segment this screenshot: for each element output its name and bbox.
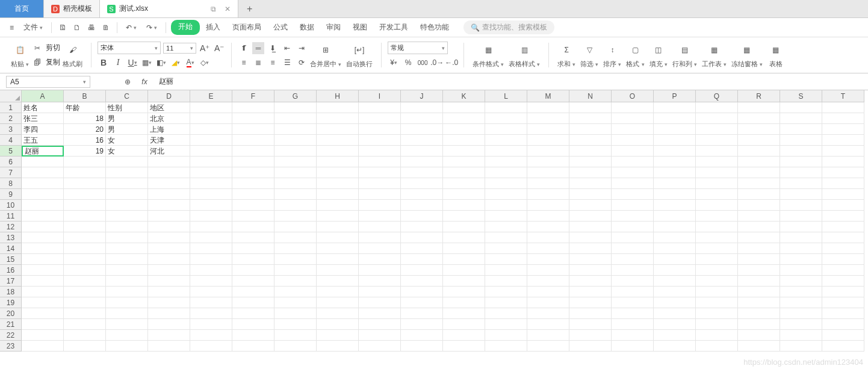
cell[interactable]	[780, 200, 822, 211]
cell[interactable]	[401, 157, 443, 167]
cell[interactable]	[148, 157, 190, 167]
decrease-decimal-icon[interactable]: ←.0	[445, 57, 457, 69]
cell[interactable]	[485, 319, 527, 330]
cell[interactable]	[612, 265, 654, 276]
cell[interactable]	[569, 146, 612, 157]
cell[interactable]: 姓名	[22, 102, 64, 113]
cell[interactable]	[485, 232, 527, 243]
cell[interactable]	[106, 200, 148, 211]
cell[interactable]	[485, 189, 527, 200]
cell[interactable]	[274, 200, 317, 211]
cell[interactable]	[190, 135, 232, 146]
conditional-format-button[interactable]: ▦ 条件格式 ▾	[470, 42, 506, 69]
cell[interactable]	[401, 330, 443, 341]
cell[interactable]	[612, 287, 654, 297]
cell[interactable]	[822, 189, 864, 200]
cell[interactable]	[148, 178, 190, 189]
cell[interactable]	[569, 319, 612, 330]
cell[interactable]	[190, 178, 232, 189]
cell[interactable]	[780, 341, 822, 352]
cell[interactable]	[106, 308, 148, 319]
cell[interactable]	[190, 319, 232, 330]
cell[interactable]	[696, 330, 738, 341]
cell[interactable]	[401, 297, 443, 308]
row-header[interactable]: 17	[0, 276, 22, 287]
cell[interactable]	[654, 178, 696, 189]
cell[interactable]	[274, 146, 317, 157]
cell[interactable]	[317, 297, 359, 308]
cell[interactable]	[22, 243, 64, 254]
row-header[interactable]: 4	[0, 135, 22, 146]
column-header[interactable]: A	[22, 90, 64, 102]
cell[interactable]	[569, 189, 612, 200]
cell[interactable]	[780, 157, 822, 167]
cell[interactable]	[527, 189, 569, 200]
cell[interactable]	[148, 297, 190, 308]
cell[interactable]	[443, 135, 485, 146]
cell[interactable]	[527, 200, 569, 211]
cell[interactable]	[190, 222, 232, 232]
cell[interactable]	[359, 102, 401, 113]
cell[interactable]	[274, 102, 317, 113]
row-header[interactable]: 13	[0, 232, 22, 243]
cell[interactable]	[612, 113, 654, 124]
cell[interactable]	[443, 189, 485, 200]
row-header[interactable]: 7	[0, 167, 22, 178]
filter-button[interactable]: ▽筛选 ▾	[578, 42, 601, 69]
cell[interactable]	[359, 287, 401, 297]
cell[interactable]	[401, 146, 443, 157]
cell[interactable]	[654, 254, 696, 265]
cell[interactable]	[696, 319, 738, 330]
cell[interactable]	[485, 341, 527, 352]
row-header[interactable]: 15	[0, 254, 22, 265]
cell[interactable]	[64, 189, 106, 200]
cell[interactable]	[738, 265, 780, 276]
cell[interactable]	[738, 341, 780, 352]
cell[interactable]	[654, 146, 696, 157]
cell[interactable]	[274, 319, 317, 330]
align-left-icon[interactable]: ≡	[238, 57, 250, 69]
cell[interactable]	[822, 135, 864, 146]
cell[interactable]	[22, 178, 64, 189]
cell[interactable]	[527, 232, 569, 243]
cell[interactable]	[232, 102, 274, 113]
cell[interactable]	[822, 102, 864, 113]
cell[interactable]	[527, 319, 569, 330]
cell[interactable]: 河北	[148, 146, 190, 157]
cell[interactable]	[738, 167, 780, 178]
row-header[interactable]: 2	[0, 113, 22, 124]
cell[interactable]	[22, 319, 64, 330]
cell[interactable]	[443, 222, 485, 232]
cell[interactable]	[148, 341, 190, 352]
cell[interactable]	[485, 276, 527, 287]
cell[interactable]	[106, 330, 148, 341]
cell[interactable]	[485, 211, 527, 222]
rowcol-button[interactable]: ▤行和列 ▾	[670, 42, 699, 69]
cell[interactable]	[317, 146, 359, 157]
cell[interactable]: 19	[64, 146, 106, 157]
format-painter-button[interactable]: 🖌 格式刷	[60, 42, 85, 69]
cell[interactable]	[401, 341, 443, 352]
cell[interactable]	[654, 341, 696, 352]
cell[interactable]	[738, 276, 780, 287]
cell[interactable]	[738, 254, 780, 265]
cell[interactable]	[612, 341, 654, 352]
cell[interactable]	[569, 287, 612, 297]
align-top-icon[interactable]: ⬆̄	[238, 42, 250, 54]
search-box[interactable]: 🔍 查找功能、搜索模板	[463, 20, 554, 34]
cell[interactable]	[569, 243, 612, 254]
cell[interactable]	[401, 254, 443, 265]
cell[interactable]	[527, 297, 569, 308]
menu-item-2[interactable]: 页面布局	[226, 20, 267, 35]
cell[interactable]	[317, 200, 359, 211]
cell[interactable]	[780, 146, 822, 157]
cell[interactable]	[359, 341, 401, 352]
menu-item-5[interactable]: 审阅	[320, 20, 347, 35]
cell[interactable]	[738, 200, 780, 211]
cell[interactable]	[780, 211, 822, 222]
row-header[interactable]: 20	[0, 308, 22, 319]
currency-icon[interactable]: ¥ ▾	[388, 57, 400, 69]
cell[interactable]	[106, 319, 148, 330]
cell[interactable]	[738, 157, 780, 167]
cell[interactable]	[822, 211, 864, 222]
